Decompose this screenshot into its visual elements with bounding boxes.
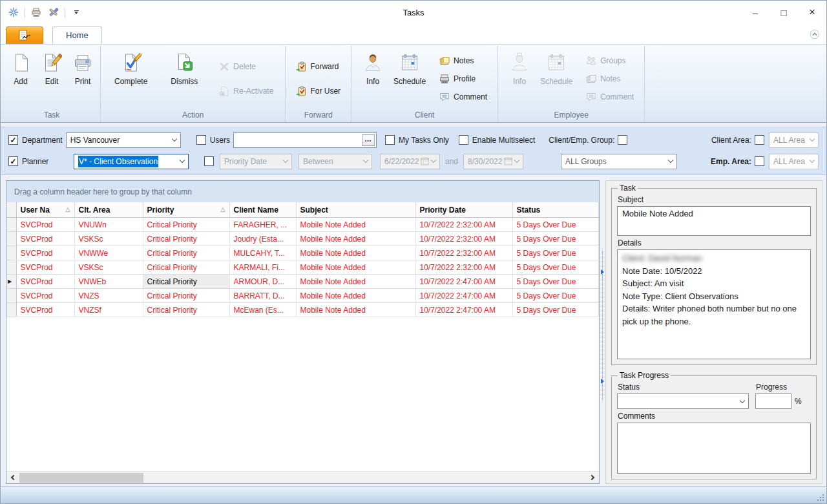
status-select[interactable] (617, 394, 749, 409)
close-button[interactable]: × (798, 1, 826, 24)
cell-priority[interactable]: Critical Priority (143, 260, 229, 275)
column-header-client-name[interactable]: Client Name (229, 202, 296, 218)
cell-client-name[interactable]: ARMOUR, D... (229, 275, 296, 289)
cell-priority[interactable]: Critical Priority (143, 275, 229, 289)
column-header-user-name[interactable]: User Na△ (16, 202, 74, 218)
planner-select[interactable]: V* - Client Observation (74, 154, 189, 169)
cell-client-area[interactable]: VSKSc (74, 232, 143, 246)
column-header-priority[interactable]: Priority△ (143, 202, 229, 218)
horizontal-scrollbar[interactable] (6, 471, 599, 483)
cell-client-name[interactable]: BARRATT, D... (229, 289, 296, 303)
table-row[interactable]: SVCProd VNZSf Critical Priority McEwan (… (6, 303, 599, 317)
cell-priority[interactable]: Critical Priority (143, 246, 229, 260)
groups-select[interactable]: ALL Groups (561, 154, 677, 169)
quick-print-icon[interactable] (30, 5, 43, 19)
employee-comment-button[interactable]: Comment (582, 90, 638, 103)
client-profile-button[interactable]: Profile (435, 72, 491, 85)
cell-user-name[interactable]: SVCProd (16, 218, 74, 232)
column-header-priority-date[interactable]: Priority Date (415, 202, 512, 218)
emp-area-select[interactable]: ALL Area (769, 154, 819, 169)
cell-status[interactable]: 5 Days Over Due (512, 218, 599, 232)
cell-priority-date[interactable]: 10/7/2022 2:47:00 AM (415, 303, 512, 317)
cell-user-name[interactable]: SVCProd (16, 303, 74, 317)
cell-subject[interactable]: Mobile Note Added (296, 232, 415, 246)
cell-user-name[interactable]: SVCProd (16, 260, 74, 275)
cell-subject[interactable]: Mobile Note Added (296, 246, 415, 260)
employee-groups-button[interactable]: Groups (582, 54, 638, 67)
date-operator-select[interactable]: Between (298, 154, 372, 169)
progress-input[interactable] (755, 394, 791, 409)
cell-status[interactable]: 5 Days Over Due (512, 289, 599, 303)
table-row[interactable]: SVCProd VSKSc Critical Priority Joudry (… (6, 232, 599, 246)
cell-client-area[interactable]: VNZS (74, 289, 143, 303)
cell-client-area[interactable]: VSKSc (74, 260, 143, 275)
splitter-arrow-icon[interactable] (601, 379, 604, 384)
table-row[interactable]: SVCProd VNWEb Critical Priority ARMOUR, … (6, 275, 599, 289)
reactivate-button[interactable]: Re-Activate (215, 85, 277, 98)
users-input[interactable]: … (233, 132, 377, 148)
maximize-button[interactable]: □ (769, 1, 798, 24)
cell-subject[interactable]: Mobile Note Added (296, 260, 415, 275)
client-emp-group-checkbox[interactable] (618, 135, 627, 145)
client-area-checkbox[interactable] (755, 135, 764, 145)
users-checkbox[interactable] (196, 135, 206, 145)
cell-subject[interactable]: Mobile Note Added (296, 303, 415, 317)
emp-area-checkbox[interactable] (755, 156, 764, 166)
complete-button[interactable]: Complete (110, 47, 152, 110)
cell-client-name[interactable]: Joudry (Esta... (229, 232, 296, 246)
cell-priority-date[interactable]: 10/7/2022 2:47:00 AM (415, 289, 512, 303)
table-row[interactable]: SVCProd VNZS Critical Priority BARRATT, … (6, 289, 599, 303)
collapse-ribbon-icon[interactable] (810, 29, 820, 41)
cell-status[interactable]: 5 Days Over Due (512, 246, 599, 260)
client-info-button[interactable]: Info (358, 47, 388, 110)
scroll-left-icon[interactable] (6, 472, 19, 484)
cell-priority-date[interactable]: 10/7/2022 2:32:00 AM (415, 260, 512, 275)
cell-client-name[interactable]: FARAGHER, ... (229, 218, 296, 232)
cell-client-area[interactable]: VNWEb (74, 275, 143, 289)
date-to-picker[interactable]: 8/30/2022 (463, 154, 523, 169)
details-field[interactable]: Client: David Norman Note Date: 10/5/202… (617, 249, 811, 359)
cell-priority[interactable]: Critical Priority (143, 303, 229, 317)
minimize-button[interactable]: – (741, 1, 769, 24)
client-area-select[interactable]: ALL Area (769, 132, 819, 148)
cell-client-area[interactable]: VNWWe (74, 246, 143, 260)
comments-field[interactable] (617, 423, 811, 474)
cell-client-area[interactable]: VNZSf (74, 303, 143, 317)
employee-schedule-button[interactable]: Schedule (536, 47, 577, 110)
resize-grip-icon[interactable] (817, 494, 824, 501)
delete-button[interactable]: Delete (215, 60, 277, 73)
table-row[interactable]: SVCProd VNUWn Critical Priority FARAGHER… (6, 218, 599, 232)
tab-home[interactable]: Home (52, 26, 102, 44)
table-row[interactable]: SVCProd VSKSc Critical Priority KARMALI,… (6, 260, 599, 275)
priority-date-checkbox[interactable] (204, 156, 214, 166)
dismiss-button[interactable]: Dismiss (166, 47, 202, 110)
my-tasks-only-checkbox[interactable] (385, 135, 395, 145)
cell-user-name[interactable]: SVCProd (16, 246, 74, 260)
tools-icon[interactable] (47, 5, 60, 19)
cell-subject[interactable]: Mobile Note Added (296, 218, 415, 232)
group-by-bar[interactable]: Drag a column header here to group by th… (6, 181, 599, 202)
cell-priority-date[interactable]: 10/7/2022 2:47:00 AM (415, 275, 512, 289)
cell-subject[interactable]: Mobile Note Added (296, 289, 415, 303)
scrollbar-thumb[interactable] (19, 473, 143, 483)
client-schedule-button[interactable]: Schedule (389, 47, 430, 110)
column-header-subject[interactable]: Subject (296, 202, 415, 218)
splitter-arrow-icon[interactable] (601, 269, 604, 275)
subject-field[interactable]: Mobile Note Added (617, 206, 811, 236)
department-checkbox[interactable] (8, 135, 18, 145)
cell-priority[interactable]: Critical Priority (143, 218, 229, 232)
cell-priority[interactable]: Critical Priority (143, 232, 229, 246)
enable-multiselect-checkbox[interactable] (459, 135, 468, 145)
cell-user-name[interactable]: SVCProd (16, 289, 74, 303)
cell-priority[interactable]: Critical Priority (143, 289, 229, 303)
cell-client-area[interactable]: VNUWn (74, 218, 143, 232)
cell-client-name[interactable]: McEwan (Es... (229, 303, 296, 317)
forward-for-user-button[interactable]: For User (292, 85, 344, 98)
cell-status[interactable]: 5 Days Over Due (512, 260, 599, 275)
department-select[interactable]: HS Vancouver (66, 132, 181, 148)
date-field-select[interactable]: Priority Date (220, 154, 292, 169)
cell-user-name[interactable]: SVCProd (16, 275, 74, 289)
column-header-status[interactable]: Status (512, 202, 599, 218)
users-browse-button[interactable]: … (362, 134, 375, 146)
employee-notes-button[interactable]: Notes (582, 72, 638, 85)
